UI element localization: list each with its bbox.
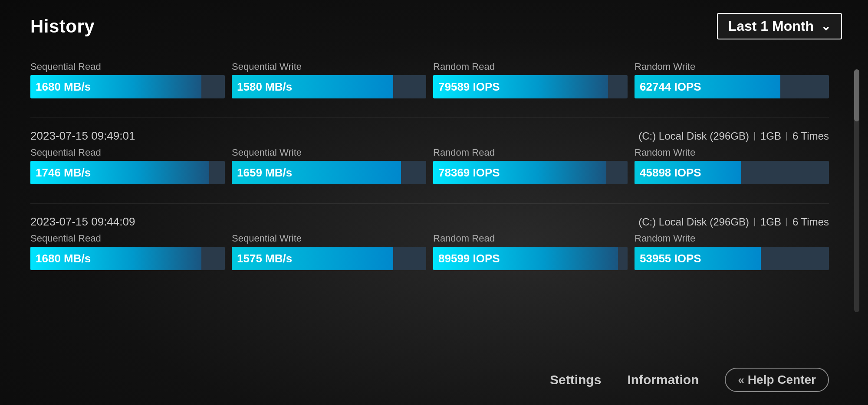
chevron-down-icon: ⌄ [821, 19, 831, 33]
rand-write-bar-2: 45898 IOPS [635, 161, 829, 184]
time-filter-label: Last 1 Month [728, 18, 814, 34]
stats-section-3: Sequential Read Sequential Write Random … [30, 233, 829, 270]
rand-write-label-2: Random Write [635, 147, 829, 158]
seq-write-bar-2: 1659 MB/s [232, 161, 426, 184]
scrollbar-thumb[interactable] [854, 69, 859, 121]
rand-read-bar-3: 89599 IOPS [433, 247, 628, 270]
rand-read-label-3: Random Read [433, 233, 628, 244]
seq-write-bar-3: 1575 MB/s [232, 247, 426, 270]
divider-1 [30, 118, 829, 118]
seq-read-label-3: Sequential Read [30, 233, 225, 244]
timestamp-3: 2023-07-15 09:44:09 [30, 215, 135, 229]
help-center-label: Help Center [748, 373, 816, 387]
rand-read-value-3: 89599 IOPS [433, 252, 500, 265]
rand-write-label-3: Random Write [635, 233, 829, 244]
seq-read-label-1: Sequential Read [30, 61, 225, 72]
separator-2 [786, 132, 787, 140]
entry-meta-3: 2023-07-15 09:44:09 (C:) Local Disk (296… [30, 215, 829, 229]
stats-section-1: Sequential Read Sequential Write Random … [30, 61, 829, 98]
rand-read-bar-1: 79589 IOPS [433, 75, 628, 98]
history-entry-1: Sequential Read Sequential Write Random … [30, 52, 829, 102]
footer: Settings Information « Help Center [30, 361, 842, 396]
help-center-arrows: « [738, 373, 744, 387]
rand-write-value-1: 62744 IOPS [635, 80, 701, 94]
history-entry-3: 2023-07-15 09:44:09 (C:) Local Disk (296… [30, 211, 829, 274]
seq-write-value-3: 1575 MB/s [232, 252, 292, 265]
disk-label-2: (C:) Local Disk (296GB) [638, 130, 749, 142]
seq-read-bar-2: 1746 MB/s [30, 161, 225, 184]
rand-read-label-1: Random Read [433, 61, 628, 72]
seq-write-label-2: Sequential Write [232, 147, 426, 158]
seq-write-bar-1: 1580 MB/s [232, 75, 426, 98]
test-times-3: 6 Times [792, 216, 829, 228]
separator-1 [754, 132, 755, 140]
rand-read-value-2: 78369 IOPS [433, 166, 500, 180]
seq-read-bar-1: 1680 MB/s [30, 75, 225, 98]
disk-label-3: (C:) Local Disk (296GB) [638, 216, 749, 228]
seq-write-value-2: 1659 MB/s [232, 166, 292, 180]
page-title: History [30, 16, 95, 37]
seq-read-value-3: 1680 MB/s [30, 252, 91, 265]
entry-info-2: (C:) Local Disk (296GB) 1GB 6 Times [638, 130, 829, 142]
seq-write-value-1: 1580 MB/s [232, 80, 292, 94]
page-header: History Last 1 Month ⌄ [30, 13, 842, 39]
information-link[interactable]: Information [627, 372, 699, 387]
rand-write-value-3: 53955 IOPS [635, 252, 701, 265]
divider-2 [30, 203, 829, 204]
history-content: Sequential Read Sequential Write Random … [30, 52, 842, 361]
rand-read-label-2: Random Read [433, 147, 628, 158]
test-size-3: 1GB [760, 216, 781, 228]
entry-meta-2: 2023-07-15 09:49:01 (C:) Local Disk (296… [30, 129, 829, 143]
rand-write-bar-1: 62744 IOPS [635, 75, 829, 98]
seq-read-bar-3: 1680 MB/s [30, 247, 225, 270]
rand-write-value-2: 45898 IOPS [635, 166, 701, 180]
entry-info-3: (C:) Local Disk (296GB) 1GB 6 Times [638, 216, 829, 228]
timestamp-2: 2023-07-15 09:49:01 [30, 129, 135, 143]
seq-write-label-3: Sequential Write [232, 233, 426, 244]
test-size-2: 1GB [760, 130, 781, 142]
stats-section-2: Sequential Read Sequential Write Random … [30, 147, 829, 184]
seq-read-label-2: Sequential Read [30, 147, 225, 158]
rand-write-bar-3: 53955 IOPS [635, 247, 829, 270]
seq-read-value-2: 1746 MB/s [30, 166, 91, 180]
settings-link[interactable]: Settings [550, 372, 601, 387]
seq-read-value-1: 1680 MB/s [30, 80, 91, 94]
rand-write-label-1: Random Write [635, 61, 829, 72]
separator-3 [754, 218, 755, 226]
rand-read-value-1: 79589 IOPS [433, 80, 500, 94]
rand-read-bar-2: 78369 IOPS [433, 161, 628, 184]
separator-4 [786, 218, 787, 226]
scrollbar-track [854, 69, 859, 312]
seq-write-label-1: Sequential Write [232, 61, 426, 72]
history-entry-2: 2023-07-15 09:49:01 (C:) Local Disk (296… [30, 125, 829, 188]
time-filter-dropdown[interactable]: Last 1 Month ⌄ [717, 13, 842, 39]
help-center-button[interactable]: « Help Center [725, 368, 829, 392]
test-times-2: 6 Times [792, 130, 829, 142]
